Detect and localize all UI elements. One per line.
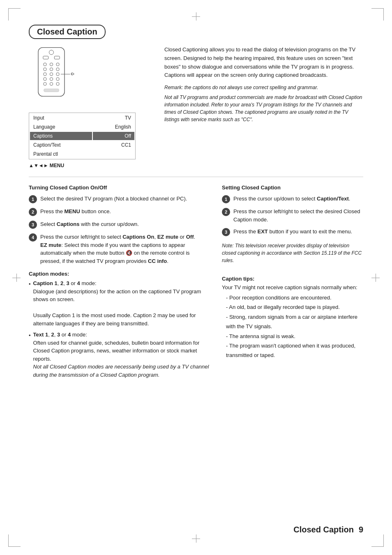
footer-page-number: 9 (359, 525, 363, 534)
remark-text: Remark: the captions do not always use c… (164, 84, 363, 91)
turning-step-2-text: Press the MENU button once. (40, 207, 111, 216)
turning-heading: Turning Closed Caption On/Off (29, 184, 210, 191)
main-description: Closed Captioning allows you to read the… (164, 46, 363, 80)
step-number-1: 1 (29, 195, 37, 203)
tip-item: - Strong, random signals from a car or a… (226, 312, 363, 332)
section-divider (29, 177, 363, 177)
turning-step-1-text: Select the desired TV program (Not a blo… (40, 195, 187, 203)
remote-illustration: CC (29, 46, 74, 111)
menu-row: Caption/TextCC1 (30, 141, 134, 149)
menu-row-label: Captions (30, 132, 92, 140)
tip-item: - The antenna signal is weak. (226, 332, 363, 341)
setting-step-number-2: 2 (222, 208, 230, 216)
caption-modes-section: Caption modes: • Caption 1, 2, 3 or 4 mo… (29, 271, 210, 379)
menu-row: CaptionsOff (30, 132, 134, 140)
svg-rect-21 (44, 89, 59, 92)
menu-row-value: CC1 (93, 141, 134, 149)
svg-point-10 (44, 73, 46, 76)
bottom-section: Turning Closed Caption On/Off 1 Select t… (29, 184, 363, 382)
bullet-1: • (29, 280, 31, 327)
menu-row-label: Parental ctl (30, 150, 92, 158)
menu-row-label: Language (30, 123, 92, 131)
menu-row: LanguageEnglish (30, 123, 134, 131)
corner-tr (371, 8, 384, 21)
turning-step-4: 4 Press the cursor left/right to select … (29, 233, 210, 265)
right-column: Closed Captioning allows you to read the… (164, 46, 363, 168)
menu-row-value: TV (93, 114, 134, 122)
menu-row-value (93, 150, 134, 158)
setting-step-number-3: 3 (222, 228, 230, 236)
svg-point-13 (44, 78, 46, 81)
svg-point-4 (44, 63, 46, 66)
svg-point-5 (50, 63, 53, 66)
svg-point-6 (56, 63, 59, 66)
menu-row-value: Off (93, 132, 134, 140)
svg-point-15 (56, 78, 59, 81)
tips-list: - Poor reception conditions are encounte… (222, 293, 363, 360)
page-footer: Closed Caption 9 (293, 525, 363, 534)
setting-step-number-1: 1 (222, 195, 230, 203)
step-number-4: 4 (29, 233, 37, 242)
setting-step-2: 2 Press the cursor left/right to select … (222, 207, 363, 223)
menu-row-value: English (93, 123, 134, 131)
caption-mode-1-text: Caption 1, 2, 3 or 4 mode: Dialogue (and… (33, 279, 210, 327)
caption-tips-section: Caption tips: Your TV might not receive … (222, 276, 363, 360)
turning-step-3: 3 Select Captions with the cursor up/dow… (29, 220, 210, 229)
svg-text:CC: CC (71, 72, 74, 76)
caption-mode-2-text: Text 1, 2, 3 or 4 mode: Often used for c… (33, 331, 210, 379)
top-section: CC InputTVLanguageEnglishCaptionsOffCapt… (29, 46, 363, 168)
setting-step-3: 3 Press the EXT button if you want to ex… (222, 228, 363, 236)
svg-rect-2 (43, 56, 48, 59)
svg-point-8 (50, 68, 53, 71)
fcc-note: Note: This television receiver provides … (222, 242, 363, 264)
corner-bl (8, 534, 21, 547)
left-bottom-column: Turning Closed Caption On/Off 1 Select t… (29, 184, 210, 382)
svg-point-14 (50, 78, 53, 81)
tip-item: - Poor reception conditions are encounte… (226, 293, 363, 302)
svg-point-9 (56, 68, 59, 71)
svg-point-16 (44, 83, 46, 85)
svg-rect-3 (54, 56, 60, 59)
page: Closed Caption (0, 0, 392, 555)
svg-point-12 (56, 73, 59, 76)
caption-modes-heading: Caption modes: (29, 271, 210, 277)
svg-point-18 (56, 83, 59, 85)
caption-mode-1: • Caption 1, 2, 3 or 4 mode: Dialogue (a… (29, 279, 210, 327)
menu-nav: ▲▼◄► MENU (29, 163, 152, 168)
note2-text: Not all TV programs and product commerci… (164, 94, 363, 123)
bullet-2: • (29, 332, 31, 379)
footer-title: Closed Caption (293, 525, 354, 534)
page-title: Closed Caption (29, 25, 106, 39)
svg-point-7 (44, 68, 46, 71)
svg-point-1 (49, 50, 54, 55)
tip-item: - An old, bad or illegally recorded tape… (226, 302, 363, 312)
tips-heading: Caption tips: (222, 276, 363, 282)
left-column: CC InputTVLanguageEnglishCaptionsOffCapt… (29, 46, 152, 168)
setting-heading: Setting Closed Caption (222, 184, 363, 191)
step-number-2: 2 (29, 208, 37, 216)
turning-step-1: 1 Select the desired TV program (Not a b… (29, 195, 210, 203)
corner-br (371, 534, 384, 547)
menu-row: InputTV (30, 114, 134, 122)
tips-intro: Your TV might not receive caption signal… (222, 284, 363, 290)
svg-point-17 (50, 83, 53, 85)
turning-step-2: 2 Press the MENU button once. (29, 207, 210, 216)
turning-step-4-text: Press the cursor left/right to select Ca… (40, 233, 210, 265)
setting-step-1-text: Press the cursor up/down to select Capti… (233, 195, 350, 203)
menu-table: InputTVLanguageEnglishCaptionsOffCaption… (29, 113, 136, 159)
setting-step-1: 1 Press the cursor up/down to select Cap… (222, 195, 363, 203)
setting-step-3-text: Press the EXT button if you want to exit… (233, 228, 352, 236)
turning-step-3-text: Select Captions with the cursor up/down. (40, 220, 139, 228)
svg-point-11 (50, 73, 53, 76)
right-bottom-column: Setting Closed Caption 1 Press the curso… (222, 184, 363, 382)
tip-item: - The program wasn't captioned when it w… (226, 341, 363, 360)
menu-row-label: Caption/Text (30, 141, 92, 149)
menu-row: Parental ctl (30, 150, 134, 158)
menu-row-label: Input (30, 114, 92, 122)
setting-step-2-text: Press the cursor left/right to select th… (233, 207, 363, 223)
step-number-3: 3 (29, 221, 37, 229)
caption-mode-2: • Text 1, 2, 3 or 4 mode: Often used for… (29, 331, 210, 379)
corner-tl (8, 8, 21, 21)
